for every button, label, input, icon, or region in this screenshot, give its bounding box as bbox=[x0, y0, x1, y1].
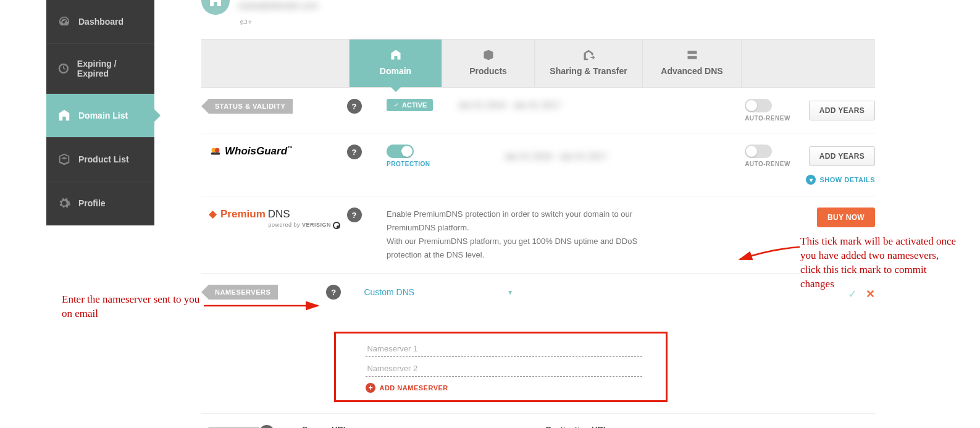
add-years-button[interactable]: ADD YEARS bbox=[809, 101, 875, 120]
help-premium[interactable]: ? bbox=[347, 208, 362, 222]
autorenew-toggle-status[interactable] bbox=[745, 99, 772, 112]
tab-sharing[interactable]: Sharing & Transfer bbox=[535, 40, 643, 87]
svg-rect-2 bbox=[211, 153, 220, 155]
annotation-right: This tick mark will be activated once yo… bbox=[800, 235, 961, 292]
source-url-header: Source URL bbox=[302, 425, 348, 428]
tab-label: Sharing & Transfer bbox=[550, 66, 627, 76]
tag-add-icon[interactable]: 🏷+ bbox=[240, 17, 875, 27]
section-status: STATUS & VALIDITY ? ACTIVE Jan 01 2016 -… bbox=[201, 88, 875, 133]
sidebar-item-profile[interactable]: Profile bbox=[46, 182, 154, 225]
sidebar-label: Domain List bbox=[78, 111, 128, 120]
check-icon bbox=[393, 102, 400, 109]
nameserver-2-input[interactable] bbox=[366, 361, 642, 377]
sidebar-item-dashboard[interactable]: Dashboard bbox=[46, 0, 154, 44]
nameserver-1-input[interactable] bbox=[366, 341, 642, 357]
clock-icon bbox=[57, 62, 70, 75]
premiumdns-label: ◆ PremiumDNS bbox=[209, 208, 340, 220]
nameservers-chip: NAMESERVERS bbox=[209, 285, 278, 300]
sidebar-item-domain-list[interactable]: Domain List bbox=[46, 94, 154, 138]
verisign-icon bbox=[333, 222, 340, 229]
annotation-left: Enter the nameserver sent to you on emai… bbox=[62, 293, 204, 321]
active-badge: ACTIVE bbox=[387, 99, 433, 111]
help-redirect[interactable]: ? bbox=[259, 425, 274, 428]
help-status[interactable]: ? bbox=[347, 99, 362, 114]
transfer-icon bbox=[582, 49, 595, 61]
gear-icon bbox=[57, 196, 71, 210]
autorenew-toggle-whois[interactable] bbox=[745, 145, 772, 158]
tab-label: Products bbox=[469, 66, 507, 76]
status-dates-blurred: Jan 01 2016 - Jan 01 2017 bbox=[458, 100, 561, 110]
protection-toggle[interactable] bbox=[387, 145, 414, 158]
sidebar-item-expiring[interactable]: Expiring / Expired bbox=[46, 44, 154, 94]
help-ns[interactable]: ? bbox=[326, 285, 341, 300]
tabs: Domain Products Sharing & Transfer Advan… bbox=[201, 39, 875, 88]
toggle-caption: AUTO-RENEW bbox=[745, 115, 790, 122]
whoisguard-icon bbox=[209, 145, 222, 158]
caret-down-icon: ▼ bbox=[507, 289, 513, 296]
powered-by: powered by VERISIGN bbox=[209, 222, 340, 229]
domain-name-blurred: exampledomain.com bbox=[238, 1, 318, 10]
tab-advanced-dns[interactable]: Advanced DNS bbox=[643, 40, 742, 87]
tab-label: Advanced DNS bbox=[661, 66, 722, 76]
section-redirect: REDIRECT DOMAIN ? Source URL Destination… bbox=[201, 414, 875, 428]
help-whois[interactable]: ? bbox=[347, 145, 362, 159]
dns-type-select[interactable]: Custom DNS ▼ bbox=[364, 285, 513, 300]
add-years-button-whois[interactable]: ADD YEARS bbox=[809, 146, 875, 166]
sidebar-label: Product List bbox=[78, 154, 129, 164]
annotation-arrow-left bbox=[204, 300, 327, 318]
home-icon bbox=[57, 109, 71, 122]
status-chip: STATUS & VALIDITY bbox=[209, 99, 293, 114]
section-nameservers: NAMESERVERS ? Custom DNS ▼ + ADD NAMESER… bbox=[201, 274, 875, 414]
server-icon bbox=[686, 49, 698, 61]
whois-dates-blurred: Jan 01 2016 - Jan 01 2017 bbox=[505, 151, 608, 161]
box-icon bbox=[482, 49, 495, 61]
tab-products[interactable]: Products bbox=[442, 40, 535, 87]
plus-icon: + bbox=[366, 383, 375, 393]
home-icon bbox=[390, 49, 402, 61]
dest-url-header: Destination URL bbox=[546, 425, 608, 428]
box-icon bbox=[57, 153, 71, 166]
diamond-icon: ◆ bbox=[209, 208, 217, 220]
sidebar-item-product-list[interactable]: Product List bbox=[46, 138, 154, 182]
section-whoisguard: WhoisGuard™ ? PROTECTION Jan 01 2016 - J… bbox=[201, 133, 875, 196]
toggle-caption: PROTECTION bbox=[387, 161, 430, 167]
tab-domain[interactable]: Domain bbox=[350, 40, 442, 87]
sidebar-label: Expiring / Expired bbox=[77, 59, 143, 78]
nameserver-input-box: + ADD NAMESERVER bbox=[334, 332, 668, 402]
whoisguard-label: WhoisGuard™ bbox=[225, 145, 293, 157]
main-panel: exampledomain.com 🏷+ Domain Products Sha… bbox=[201, 0, 875, 428]
gauge-icon bbox=[57, 15, 71, 28]
tab-label: Domain bbox=[380, 66, 411, 76]
sidebar-label: Profile bbox=[78, 198, 106, 208]
premium-description: Enable PremiumDNS protection in order to… bbox=[387, 208, 671, 262]
toggle-caption: AUTO-RENEW bbox=[745, 161, 790, 167]
annotation-arrow-right bbox=[735, 244, 803, 269]
add-nameserver-button[interactable]: + ADD NAMESERVER bbox=[366, 383, 642, 393]
svg-point-1 bbox=[215, 148, 219, 153]
buy-now-button[interactable]: BUY NOW bbox=[817, 208, 875, 227]
sidebar: Dashboard Expiring / Expired Domain List… bbox=[46, 0, 154, 225]
show-details-link[interactable]: ▾ SHOW DETAILS bbox=[806, 175, 875, 185]
sidebar-label: Dashboard bbox=[78, 17, 124, 27]
chevron-down-icon: ▾ bbox=[806, 175, 816, 185]
